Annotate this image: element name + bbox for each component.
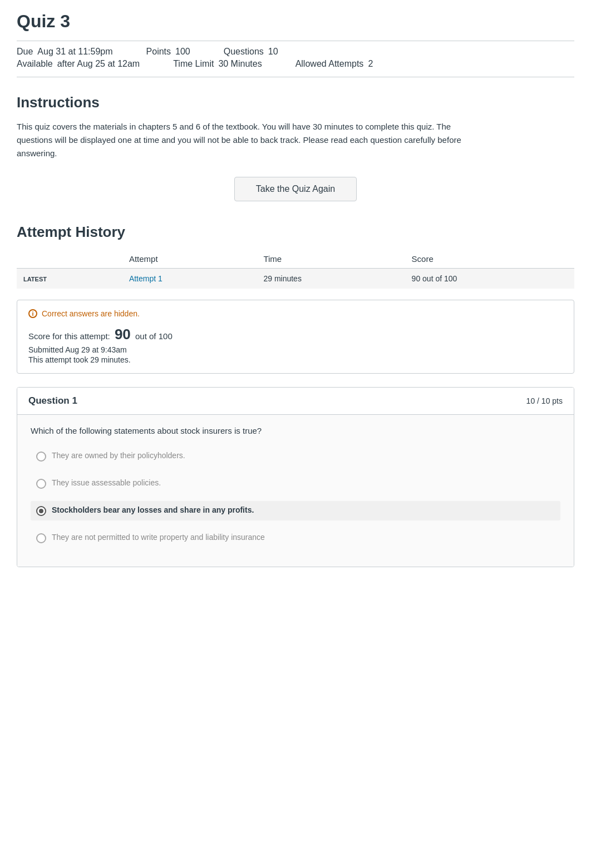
due-label: Due — [17, 47, 33, 57]
submitted-line: Submitted Aug 29 at 9:43am — [28, 345, 563, 354]
latest-label: LATEST — [23, 276, 47, 282]
available-value: after Aug 25 at 12am — [57, 59, 140, 69]
questions-container: Question 1 10 / 10 pts Which of the foll… — [17, 387, 574, 567]
col-header-score: Score — [405, 250, 574, 269]
attempt-score: 90 out of 100 — [405, 269, 574, 289]
available-item: Available after Aug 25 at 12am — [17, 59, 140, 69]
question-body: Which of the following statements about … — [17, 415, 574, 567]
radio-empty-icon — [36, 452, 46, 462]
questions-item: Questions 10 — [224, 47, 278, 57]
questions-value: 10 — [268, 47, 278, 57]
correct-answers-text: Correct answers are hidden. — [42, 309, 140, 318]
answer-option: Stockholders bear any losses and share i… — [31, 501, 560, 520]
radio-filled-icon — [36, 506, 46, 516]
radio-empty-icon — [36, 479, 46, 489]
score-line: Score for this attempt: 90 out of 100 — [28, 326, 563, 343]
time-limit-label: Time Limit — [173, 59, 214, 69]
answer-text: They issue assessable policies. — [52, 478, 161, 487]
meta-row-2: Available after Aug 25 at 12am Time Limi… — [17, 59, 574, 69]
took-time-line: This attempt took 29 minutes. — [28, 355, 563, 364]
question-title: Question 1 — [28, 395, 77, 406]
allowed-attempts-value: 2 — [368, 59, 373, 69]
quiz-title: Quiz 3 — [17, 11, 574, 32]
question-text: Which of the following statements about … — [31, 426, 560, 435]
time-limit-value: 30 Minutes — [218, 59, 262, 69]
time-limit-item: Time Limit 30 Minutes — [173, 59, 262, 69]
correct-answers-notice: i Correct answers are hidden. — [28, 309, 563, 318]
instructions-title: Instructions — [17, 94, 574, 111]
points-value: 100 — [175, 47, 190, 57]
question-pts: 10 / 10 pts — [526, 396, 563, 405]
due-item: Due Aug 31 at 11:59pm — [17, 47, 113, 57]
points-label: Points — [146, 47, 171, 57]
info-icon: i — [28, 309, 37, 318]
take-quiz-button[interactable]: Take the Quiz Again — [234, 177, 357, 201]
allowed-attempts-item: Allowed Attempts 2 — [296, 59, 373, 69]
radio-empty-icon — [36, 533, 46, 543]
col-header-label — [17, 250, 122, 269]
table-row: LATEST Attempt 1 29 minutes 90 out of 10… — [17, 269, 574, 289]
points-item: Points 100 — [146, 47, 190, 57]
col-header-attempt: Attempt — [122, 250, 257, 269]
score-label: Score for this attempt: — [28, 331, 110, 341]
due-value: Aug 31 at 11:59pm — [37, 47, 112, 57]
question-header: Question 1 10 / 10 pts — [17, 388, 574, 415]
question-block: Question 1 10 / 10 pts Which of the foll… — [17, 387, 574, 567]
score-suffix: out of 100 — [135, 331, 173, 341]
meta-bar: Due Aug 31 at 11:59pm Points 100 Questio… — [17, 41, 574, 77]
attempt-history-table: Attempt Time Score LATEST Attempt 1 29 m… — [17, 250, 574, 289]
meta-row-1: Due Aug 31 at 11:59pm Points 100 Questio… — [17, 47, 574, 57]
answer-text: They are owned by their policyholders. — [52, 451, 185, 460]
score-summary: i Correct answers are hidden. Score for … — [17, 300, 574, 374]
available-label: Available — [17, 59, 53, 69]
attempt-history-title: Attempt History — [17, 224, 574, 241]
attempt-link[interactable]: Attempt 1 — [129, 274, 162, 283]
col-header-time: Time — [257, 250, 405, 269]
answer-option: They issue assessable policies. — [31, 474, 560, 493]
answer-text: Stockholders bear any losses and share i… — [52, 505, 254, 514]
answer-option: They are not permitted to write property… — [31, 528, 560, 548]
attempt-time: 29 minutes — [257, 269, 405, 289]
score-number: 90 — [115, 326, 131, 343]
allowed-attempts-label: Allowed Attempts — [296, 59, 364, 69]
questions-label: Questions — [224, 47, 264, 57]
answer-option: They are owned by their policyholders. — [31, 447, 560, 466]
instructions-text: This quiz covers the materials in chapte… — [17, 120, 473, 160]
answer-text: They are not permitted to write property… — [52, 533, 265, 542]
